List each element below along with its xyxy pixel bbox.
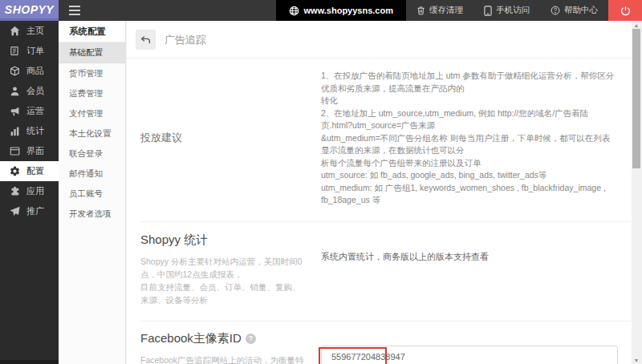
phone-icon bbox=[484, 6, 492, 16]
vertical-scrollbar[interactable]: ▲ ▼ bbox=[632, 21, 641, 364]
sub-item-localization[interactable]: 本土化设置 bbox=[59, 123, 125, 144]
section-facebook-pixel: Facebook主像素ID ? Facebook广告追踪网站上的活动，为衡量特定… bbox=[140, 322, 632, 364]
shopyy-analytics-note: 系统内置统计，商务版以上的版本支持查看 bbox=[321, 233, 618, 263]
megaphone-icon bbox=[9, 106, 20, 117]
store-domain[interactable]: www.shopyysns.com bbox=[276, 0, 406, 21]
sidebar-item-home[interactable]: 主页 bbox=[0, 21, 59, 41]
facebook-pixel-desc: Facebook广告追踪网站上的活动，为衡量特定事件提供数据，目前支持 Page… bbox=[140, 354, 305, 364]
sub-item-shipping[interactable]: 运费管理 bbox=[59, 83, 125, 103]
topbar: SHOPYY www.shopyysns.com 缓存清理 手机访问 bbox=[0, 0, 642, 21]
shopyy-analytics-desc: Shopyy 分析主要针对站内运营，美国时间0点，中国约12点生成报表， 目前支… bbox=[140, 255, 305, 306]
main-sidebar: 主页 订单 商品 会员 运营 统计 界面 配置 应用 推广 bbox=[0, 21, 59, 364]
page-title: 广告追踪 bbox=[165, 33, 206, 47]
scrollbar-down-arrow-icon[interactable]: ▼ bbox=[632, 356, 641, 364]
app-logo[interactable]: SHOPYY bbox=[0, 0, 59, 21]
scrollbar-thumb[interactable] bbox=[632, 29, 640, 168]
mobile-access-label: 手机访问 bbox=[496, 5, 530, 16]
mobile-access-button[interactable]: 手机访问 bbox=[473, 0, 540, 21]
puzzle-icon bbox=[9, 186, 20, 197]
settings-sidebar-title: 系统配置 bbox=[59, 21, 125, 42]
store-domain-label: www.shopyysns.com bbox=[304, 6, 393, 15]
sidebar-item-apps[interactable]: 应用 bbox=[0, 181, 59, 201]
back-button[interactable] bbox=[136, 30, 156, 50]
sidebar-item-settings[interactable]: 配置 bbox=[0, 161, 59, 181]
paper-plane-icon bbox=[9, 206, 20, 217]
sub-item-social-login[interactable]: 联合登录 bbox=[59, 144, 125, 164]
product-box-icon bbox=[9, 66, 20, 77]
suggestion-text: 1、在投放广告的着陆页地址加上 utm 参数有助于做精细化运营分析，帮你区分优质… bbox=[321, 70, 618, 207]
scrollbar-up-arrow-icon[interactable]: ▲ bbox=[632, 21, 641, 29]
sidebar-item-interface[interactable]: 界面 bbox=[0, 141, 59, 161]
clear-cache-button[interactable]: 缓存清理 bbox=[406, 0, 473, 21]
main-content: 广告追踪 投放建议 1、在投放广告的着陆页地址加上 utm 参数有助于做精细化运… bbox=[127, 21, 632, 364]
section-shopyy-analytics: Shopyy 统计 Shopyy 分析主要针对站内运营，美国时间0点，中国约12… bbox=[140, 222, 632, 322]
facebook-pixel-title: Facebook主像素ID bbox=[140, 331, 242, 346]
window-icon bbox=[9, 146, 20, 157]
logout-button[interactable] bbox=[608, 0, 642, 21]
sidebar-item-promotion[interactable]: 推广 bbox=[0, 201, 59, 221]
help-center-label: 帮助中心 bbox=[564, 5, 598, 16]
help-center-button[interactable]: 帮助中心 bbox=[540, 0, 608, 21]
sidebar-item-statistics[interactable]: 统计 bbox=[0, 121, 59, 141]
clear-cache-label: 缓存清理 bbox=[429, 5, 463, 16]
sidebar-item-products[interactable]: 商品 bbox=[0, 61, 59, 81]
help-tooltip-icon[interactable]: ? bbox=[246, 334, 256, 344]
shopyy-analytics-title: Shopyy 统计 bbox=[140, 233, 305, 248]
facebook-pixel-id-input[interactable] bbox=[321, 346, 618, 364]
page-header: 广告追踪 bbox=[127, 21, 632, 59]
settings-sidebar: 系统配置 基础配置 货币管理 运费管理 支付管理 本土化设置 联合登录 邮件通知… bbox=[59, 21, 126, 364]
gear-icon bbox=[9, 166, 20, 177]
sidebar-footer-strip bbox=[0, 360, 59, 364]
power-icon bbox=[620, 6, 631, 16]
question-circle-icon bbox=[551, 6, 560, 15]
sidebar-item-members[interactable]: 会员 bbox=[0, 81, 59, 101]
order-document-icon bbox=[9, 46, 20, 57]
sidebar-item-operations[interactable]: 运营 bbox=[0, 101, 59, 121]
sub-item-payment[interactable]: 支付管理 bbox=[59, 103, 125, 123]
member-person-icon bbox=[9, 86, 20, 97]
sub-item-staff-account[interactable]: 员工账号 bbox=[59, 184, 125, 204]
globe-icon bbox=[289, 6, 299, 16]
home-icon bbox=[9, 26, 20, 37]
sub-item-developer-options[interactable]: 开发者选项 bbox=[59, 204, 125, 224]
sub-item-currency[interactable]: 货币管理 bbox=[59, 63, 125, 83]
bar-chart-icon bbox=[9, 126, 20, 137]
section-ad-suggestion: 投放建议 1、在投放广告的着陆页地址加上 utm 参数有助于做精细化运营分析，帮… bbox=[140, 59, 632, 222]
hamburger-menu-icon[interactable] bbox=[59, 0, 91, 21]
undo-arrow-icon bbox=[140, 35, 151, 45]
suggestion-label: 投放建议 bbox=[140, 131, 321, 145]
sub-item-basic-config[interactable]: 基础配置 bbox=[59, 42, 125, 63]
sidebar-item-orders[interactable]: 订单 bbox=[0, 41, 59, 61]
sub-item-email-notice[interactable]: 邮件通知 bbox=[59, 164, 125, 184]
trash-icon bbox=[416, 6, 425, 15]
